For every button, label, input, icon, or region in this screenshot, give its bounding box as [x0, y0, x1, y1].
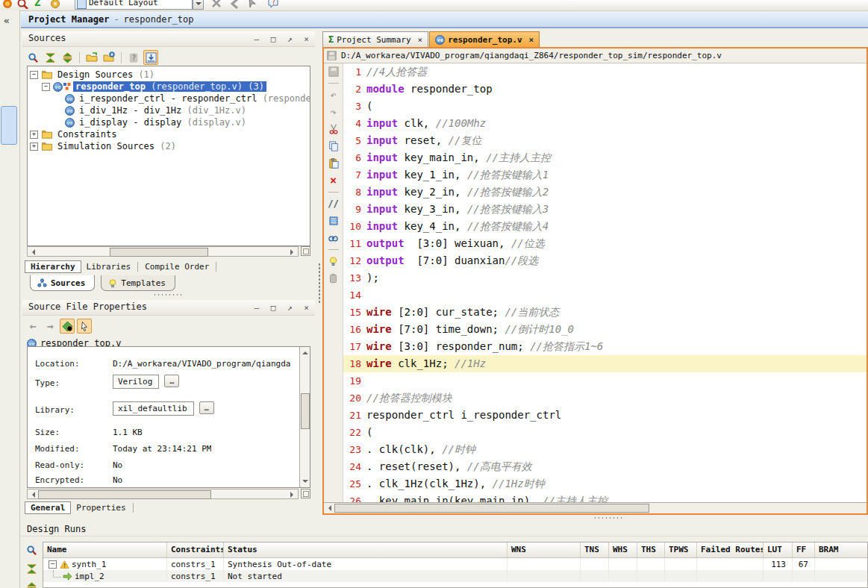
column-header[interactable]: THS: [637, 542, 665, 557]
resize-grip[interactable]: [301, 489, 310, 498]
undo-history-icon[interactable]: [1, 0, 13, 9]
select-cursor-icon[interactable]: [77, 319, 92, 334]
code-line-26[interactable]: 26. key_main_in(key_main_in), //主持人主控: [343, 492, 867, 503]
code-line-3[interactable]: 3(: [343, 98, 867, 115]
code-line-20[interactable]: 20//抢答器控制模块: [343, 390, 867, 407]
tree-item-i-display-display[interactable]: vei_display - display (display.v): [28, 116, 310, 128]
tab-properties[interactable]: Properties: [71, 502, 131, 513]
tab-general[interactable]: General: [25, 501, 71, 514]
expand-node-icon[interactable]: +: [30, 143, 38, 151]
scroll-left-icon[interactable]: [29, 492, 35, 498]
editor-horizontal-scrollbar[interactable]: [324, 502, 867, 513]
tree-item-responder-top[interactable]: −veresponder_top (responder_top.v) (3): [28, 81, 310, 93]
paste-icon[interactable]: [328, 157, 340, 169]
column-header[interactable]: Failed Routes: [697, 542, 764, 557]
browse-button[interactable]: …: [164, 375, 179, 387]
tab-sources[interactable]: Sources: [30, 275, 95, 291]
add-sources-icon[interactable]: [102, 50, 116, 65]
search-icon[interactable]: [25, 50, 40, 65]
column-header[interactable]: FF: [793, 542, 815, 557]
resize-grip[interactable]: [301, 246, 310, 256]
toggle-comment-icon[interactable]: //: [328, 198, 340, 210]
code-line-21[interactable]: 21responder_ctrl i_responder_ctrl: [343, 407, 867, 424]
code-line-24[interactable]: 24. reset(reset), //高电平有效: [343, 458, 867, 475]
layout-select-arrow[interactable]: [193, 0, 204, 10]
tab-templates[interactable]: Templates: [101, 275, 175, 291]
save-icon[interactable]: [327, 51, 337, 60]
code-line-2[interactable]: 2module responder_top: [343, 81, 867, 98]
float-icon[interactable]: ↗: [284, 32, 296, 46]
collapse-node-icon[interactable]: −: [30, 71, 38, 79]
layout-select[interactable]: Default Layout: [75, 0, 193, 10]
sources-horizontal-scrollbar[interactable]: [27, 246, 299, 257]
language-templates-icon[interactable]: [328, 255, 340, 267]
float-icon[interactable]: ↗: [284, 301, 296, 315]
tree-item-constraints[interactable]: +Constraints: [28, 128, 310, 140]
find-icon[interactable]: [328, 232, 340, 244]
properties-view-icon[interactable]: [60, 319, 75, 334]
zoom-fit-icon[interactable]: Z: [34, 0, 46, 8]
scroll-up-icon[interactable]: [302, 348, 308, 354]
properties-vertical-scrollbar[interactable]: [299, 347, 310, 487]
tree-item-design-sources[interactable]: −Design Sources (1): [28, 69, 310, 81]
help-bubble-icon[interactable]: ?: [267, 0, 279, 9]
tab-libraries[interactable]: Libraries: [81, 261, 137, 272]
code-line-14[interactable]: 14: [343, 287, 867, 304]
code-line-23[interactable]: 23. clk(clk), //时钟: [343, 441, 867, 458]
prop-value-type-[interactable]: Verilog…: [113, 375, 179, 390]
collapse-all-icon[interactable]: [43, 50, 57, 65]
code-line-11[interactable]: 11output [3:0] weixuan, //位选: [343, 235, 867, 252]
minimize-icon[interactable]: –: [251, 32, 262, 46]
collapse-node-icon[interactable]: −: [49, 560, 57, 569]
bottom-splitter-handle[interactable]: [593, 516, 625, 519]
code-line-4[interactable]: 4input clk, //100Mhz: [343, 115, 867, 132]
expand-node-icon[interactable]: +: [30, 131, 38, 139]
tab-responder-top-v[interactable]: ve responder_top.v ×: [429, 31, 540, 47]
expand-all-icon[interactable]: [60, 50, 75, 65]
code-line-13[interactable]: 13);: [343, 269, 867, 287]
column-header[interactable]: Status: [224, 542, 508, 557]
block-comment-icon[interactable]: [328, 215, 340, 227]
scroll-down-icon[interactable]: [302, 480, 308, 486]
column-header[interactable]: LUT: [764, 542, 793, 557]
close-icon[interactable]: ×: [301, 32, 312, 46]
prop-value-library-[interactable]: xil_defaultlib…: [113, 401, 214, 416]
code-line-6[interactable]: 6input key_main_in, //主持人主控: [343, 149, 867, 166]
cut-icon[interactable]: [328, 123, 340, 135]
delete-icon[interactable]: ×: [328, 175, 340, 187]
prop-input[interactable]: Verilog: [113, 375, 159, 389]
column-header[interactable]: Name: [43, 542, 167, 557]
rail-selected-item[interactable]: [1, 106, 17, 145]
scroll-right-icon[interactable]: [290, 492, 296, 498]
code-line-16[interactable]: 16wire [7:0] time_down; //倒计时10_0: [343, 321, 867, 338]
prop-input[interactable]: xil_defaultlib: [113, 401, 194, 416]
scroll-thumb[interactable]: [301, 393, 310, 429]
code-line-9[interactable]: 9input key_3_in, //抢答按键输入3: [343, 201, 867, 218]
search-icon[interactable]: [25, 542, 40, 557]
maximize-icon[interactable]: □: [268, 301, 279, 315]
code-line-7[interactable]: 7input key_1_in, //抢答按键输入1: [343, 166, 867, 184]
close-tab-icon[interactable]: ×: [418, 35, 423, 45]
column-header[interactable]: TNS: [581, 542, 609, 557]
scroll-thumb[interactable]: [38, 490, 211, 499]
tab-hierarchy[interactable]: Hierarchy: [25, 260, 81, 273]
run-row-impl-2[interactable]: impl_2 constrs_1 Not started: [43, 570, 867, 582]
code-line-18[interactable]: 18wire clk_1Hz; //1Hz: [343, 355, 867, 372]
code-editor[interactable]: 1//4人抢答器2module responder_top3(4input cl…: [343, 63, 867, 503]
run-row-synth-1[interactable]: − synth_1 constrs_1 Synthesis Out-of-dat…: [43, 558, 867, 570]
code-line-1[interactable]: 1//4人抢答器: [343, 63, 867, 81]
scroll-left-icon[interactable]: [29, 249, 35, 255]
expand-all-icon[interactable]: [25, 580, 40, 588]
collapse-all-icon[interactable]: [25, 561, 40, 576]
code-line-12[interactable]: 12output [7:0] duanxian//段选: [343, 252, 867, 269]
tree-item-i-div-1hz-div-1hz[interactable]: vei_div_1Hz - div_1Hz (div_1Hz.v): [28, 104, 310, 116]
column-header[interactable]: WHS: [609, 542, 637, 557]
scroll-thumb[interactable]: [334, 504, 649, 513]
close-icon[interactable]: ×: [301, 301, 312, 315]
code-line-25[interactable]: 25. clk_1Hz(clk_1Hz), //1Hz时钟: [343, 475, 867, 492]
column-header[interactable]: TPWS: [665, 542, 697, 557]
column-header[interactable]: BRAM: [815, 542, 867, 557]
code-line-15[interactable]: 15wire [2:0] cur_state; //当前状态: [343, 304, 867, 321]
tab-project-summary[interactable]: Σ Project Summary ×: [322, 31, 428, 47]
minimize-icon[interactable]: –: [251, 301, 262, 315]
